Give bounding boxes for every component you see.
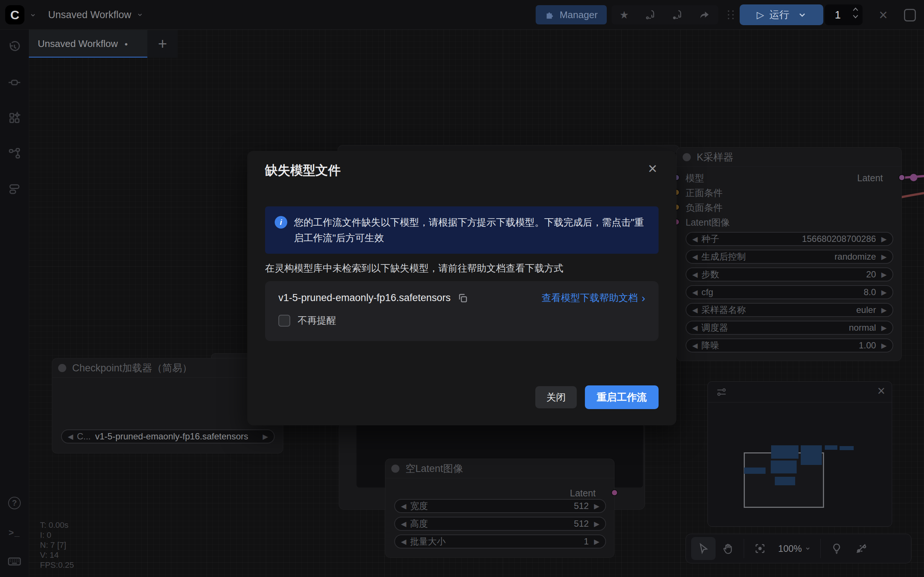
model-library-icon[interactable] bbox=[0, 107, 29, 129]
minimap-panel: × bbox=[708, 381, 892, 527]
active-tab-underline bbox=[29, 56, 147, 58]
help-icon[interactable]: ? bbox=[0, 492, 29, 514]
widget-steps[interactable]: ◀ 步数 20 ▶ bbox=[686, 268, 893, 282]
output-port-latent[interactable] bbox=[611, 489, 618, 496]
manager-button[interactable]: Manager bbox=[536, 5, 607, 24]
prev-icon[interactable]: ◀ bbox=[692, 271, 698, 278]
node-header[interactable]: 空Latent图像 bbox=[385, 459, 614, 478]
output-latent: Latent bbox=[533, 486, 614, 500]
prev-icon[interactable]: ◀ bbox=[692, 342, 698, 349]
dialog-footer: 关闭 重启工作流 bbox=[535, 385, 659, 409]
minimap-settings-icon[interactable] bbox=[716, 387, 727, 398]
prev-icon[interactable]: ◀ bbox=[401, 521, 407, 527]
restart-workflow-button[interactable]: 重启工作流 bbox=[585, 385, 659, 409]
minimap-header: × bbox=[708, 382, 892, 403]
widget-seed[interactable]: ◀ 种子 156680208700286 ▶ bbox=[686, 232, 893, 246]
drag-handle[interactable] bbox=[727, 10, 735, 20]
next-icon[interactable]: ▶ bbox=[881, 342, 887, 349]
widget-width[interactable]: ◀ 宽度 512 ▶ bbox=[394, 499, 606, 513]
toggle-links-button[interactable] bbox=[849, 537, 873, 560]
keyboard-shortcuts-icon[interactable] bbox=[0, 550, 29, 572]
next-icon[interactable]: ▶ bbox=[594, 503, 599, 510]
next-icon[interactable]: ▶ bbox=[881, 271, 887, 278]
next-icon[interactable]: ▶ bbox=[881, 289, 887, 296]
dont-remind-checkbox[interactable] bbox=[278, 315, 290, 327]
model-download-help-link[interactable]: 查看模型下载帮助文档 › bbox=[541, 292, 645, 305]
minimap-close-icon[interactable]: × bbox=[877, 383, 885, 399]
next-icon[interactable]: ▶ bbox=[594, 538, 599, 545]
minimap-node bbox=[825, 445, 837, 450]
stat-nodes: N: 7 [7] bbox=[40, 540, 74, 550]
next-icon[interactable]: ▶ bbox=[881, 253, 887, 260]
next-icon[interactable]: ▶ bbox=[881, 235, 887, 243]
prev-icon[interactable]: ◀ bbox=[692, 306, 698, 314]
prev-icon[interactable]: ◀ bbox=[401, 538, 407, 545]
new-tab-button[interactable]: + bbox=[147, 30, 178, 58]
next-icon[interactable]: ▶ bbox=[262, 433, 268, 440]
widget-denoise[interactable]: ◀ 降噪 1.00 ▶ bbox=[686, 338, 893, 353]
top-bar: C Unsaved Workflow Manager ★ ▷ 运行 1 bbox=[0, 0, 924, 30]
panel-toggle-icon[interactable] bbox=[904, 9, 916, 21]
terminal-icon[interactable]: >_ bbox=[0, 522, 29, 544]
node-ksampler[interactable]: K采样器 模型 正面条件 负面条件 Latent图像 Latent ◀ 种子 1… bbox=[676, 147, 902, 361]
copy-icon[interactable] bbox=[457, 293, 468, 304]
dialog-title: 缺失模型文件 bbox=[265, 162, 341, 179]
queue-count-stepper[interactable]: 1 bbox=[825, 5, 863, 25]
dialog-description: 在灵构模型库中未检索到以下缺失模型，请前往帮助文档查看下载方式 bbox=[265, 262, 564, 275]
share-icon[interactable] bbox=[699, 9, 710, 20]
tab-unsaved-workflow[interactable]: Unsaved Workflow ● bbox=[29, 30, 147, 58]
widget-batch-size[interactable]: ◀ 批量大小 1 ▶ bbox=[394, 535, 606, 548]
widget-scheduler[interactable]: ◀ 调度器 normal ▶ bbox=[686, 321, 893, 335]
dont-remind-label: 不再提醒 bbox=[298, 314, 336, 327]
node-library-icon[interactable] bbox=[0, 71, 29, 93]
zoom-level-dropdown[interactable]: 100% bbox=[772, 543, 817, 554]
workflows-icon[interactable] bbox=[0, 142, 29, 164]
widget-ckpt-name[interactable]: ◀ C... v1-5-pruned-emaonly-fp16.safetens… bbox=[61, 429, 275, 443]
decrement-icon[interactable] bbox=[852, 15, 859, 19]
widget-control-after-generate[interactable]: ◀ 生成后控制 randomize ▶ bbox=[686, 250, 893, 264]
prev-icon[interactable]: ◀ bbox=[692, 324, 698, 331]
increment-icon[interactable] bbox=[852, 7, 859, 11]
node-title-label: 空Latent图像 bbox=[405, 462, 463, 475]
workflow-title-menu[interactable]: Unsaved Workflow bbox=[48, 0, 143, 30]
comfyui-app: K采样器 模型 正面条件 负面条件 Latent图像 Latent ◀ 种子 1… bbox=[0, 0, 924, 577]
fit-view-button[interactable] bbox=[748, 537, 772, 560]
templates-icon[interactable] bbox=[0, 178, 29, 200]
clean-all-icon[interactable] bbox=[672, 9, 683, 20]
node-empty-latent[interactable]: 空Latent图像 Latent ◀ 宽度 512 ▶ ◀ 高度 512 ▶ ◀… bbox=[385, 459, 614, 558]
missing-model-card: v1-5-pruned-emaonly-fp16.safetensors 查看模… bbox=[265, 281, 659, 341]
widget-cfg[interactable]: ◀ cfg 8.0 ▶ bbox=[686, 285, 893, 299]
run-options-chevron-icon[interactable] bbox=[798, 11, 806, 19]
collapse-dot-icon[interactable] bbox=[683, 153, 691, 161]
clean-workflow-icon[interactable] bbox=[645, 9, 656, 20]
dialog-close-icon[interactable]: × bbox=[648, 160, 657, 177]
collapse-dot-icon[interactable] bbox=[391, 464, 399, 473]
queue-history-icon[interactable] bbox=[0, 36, 29, 58]
select-tool-button[interactable] bbox=[691, 537, 716, 560]
close-dialog-button[interactable]: 关闭 bbox=[535, 386, 577, 408]
widget-height[interactable]: ◀ 高度 512 ▶ bbox=[394, 517, 606, 531]
prev-icon[interactable]: ◀ bbox=[692, 289, 698, 296]
next-icon[interactable]: ▶ bbox=[594, 521, 599, 527]
star-icon[interactable]: ★ bbox=[620, 9, 629, 21]
toolbar-divider bbox=[744, 539, 744, 558]
next-icon[interactable]: ▶ bbox=[881, 324, 887, 331]
minimap-node bbox=[801, 445, 822, 465]
pan-tool-button[interactable] bbox=[716, 537, 740, 560]
widget-sampler-name[interactable]: ◀ 采样器名称 euler ▶ bbox=[686, 303, 893, 317]
comfyui-logo[interactable]: C bbox=[5, 5, 24, 24]
prev-icon[interactable]: ◀ bbox=[401, 503, 407, 510]
logo-chevron-down-icon[interactable] bbox=[30, 12, 36, 18]
next-icon[interactable]: ▶ bbox=[881, 306, 887, 314]
toggle-link-render-button[interactable] bbox=[824, 537, 849, 560]
run-button[interactable]: ▷ 运行 bbox=[740, 5, 823, 25]
canvas-toolbar: 100% bbox=[686, 534, 911, 563]
close-topbar-icon[interactable]: × bbox=[872, 0, 894, 30]
minimap-body[interactable] bbox=[708, 403, 892, 527]
node-header[interactable]: K采样器 bbox=[677, 148, 901, 167]
output-port-latent[interactable] bbox=[898, 174, 905, 181]
prev-icon[interactable]: ◀ bbox=[692, 235, 698, 243]
prev-icon[interactable]: ◀ bbox=[68, 433, 73, 440]
collapse-dot-icon[interactable] bbox=[58, 364, 66, 372]
prev-icon[interactable]: ◀ bbox=[692, 253, 698, 260]
